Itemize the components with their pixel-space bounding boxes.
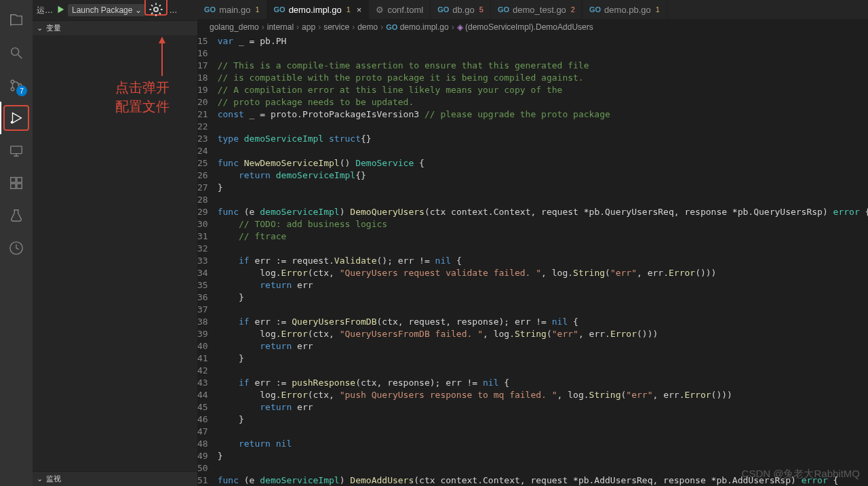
chevron-down-icon: ⌄ — [37, 474, 43, 483]
code-editor[interactable]: 1516171819202122232425262728293031323334… — [197, 35, 868, 486]
go-file-icon: GO — [589, 5, 601, 14]
editor-area: GOmain.go1GOdemo.impl.go1×⚙conf.tomlGOdb… — [197, 0, 868, 486]
breadcrumb-item[interactable]: internal — [267, 22, 294, 32]
settings-gear-icon[interactable] — [149, 9, 163, 19]
chevron-right-icon: › — [318, 22, 321, 32]
go-file-icon: GO — [386, 23, 397, 31]
chevron-down-icon: ⌄ — [37, 24, 43, 33]
run-debug-icon[interactable] — [0, 102, 33, 134]
modified-indicator: 1 — [656, 5, 660, 14]
method-icon: ◈ — [457, 22, 463, 32]
section-variables-header[interactable]: ⌄ 变量 — [33, 20, 197, 35]
code-content[interactable]: var _ = pb.PH // This is a compile-time … — [218, 35, 868, 486]
tab-label: db.go — [452, 5, 475, 15]
launch-config-select[interactable]: Launch Package ⌄ — [68, 4, 146, 16]
annotation-line2: 配置文件 — [115, 97, 170, 116]
breadcrumb[interactable]: golang_demo›internal›app›service›demo›GO… — [197, 19, 868, 35]
section-variables-label: 变量 — [46, 23, 61, 33]
section-watch-label: 监视 — [46, 474, 61, 484]
svg-rect-6 — [11, 178, 16, 182]
search-icon[interactable] — [0, 37, 33, 69]
section-watch-header[interactable]: ⌄ 监视 — [33, 471, 197, 486]
breadcrumb-item[interactable]: ◈ (demoServiceImpl).DemoAddUsers — [457, 22, 593, 32]
modified-indicator: 1 — [347, 5, 351, 14]
svg-rect-8 — [11, 184, 16, 188]
run-title: 运… — [37, 5, 53, 16]
tab-label: main.go — [219, 5, 250, 15]
error-count: 2 — [571, 5, 575, 14]
gear-icon: ⚙ — [376, 5, 384, 15]
editor-tabs: GOmain.go1GOdemo.impl.go1×⚙conf.tomlGOdb… — [197, 0, 868, 19]
svg-rect-7 — [17, 178, 22, 182]
breadcrumb-item[interactable]: demo — [357, 22, 378, 32]
tab-label: demo_test.go — [513, 5, 566, 15]
tab-label: demo.impl.go — [289, 5, 342, 15]
tab-conf-toml[interactable]: ⚙conf.toml — [369, 0, 431, 19]
badge: 7 — [16, 85, 27, 96]
svg-point-11 — [154, 7, 158, 11]
tab-demo-impl-go[interactable]: GOdemo.impl.go1× — [267, 0, 370, 19]
annotation-arrow — [161, 42, 163, 76]
tab-demo_test-go[interactable]: GOdemo_test.go2 — [491, 0, 583, 19]
tab-main-go[interactable]: GOmain.go1 — [197, 0, 267, 19]
tab-label: conf.toml — [387, 5, 423, 15]
chevron-right-icon: › — [452, 22, 454, 32]
chevron-right-icon: › — [262, 22, 264, 32]
svg-point-0 — [12, 48, 19, 56]
annotation-line1: 点击弹开 — [115, 78, 170, 97]
explorer-icon[interactable] — [0, 4, 33, 37]
remote-icon[interactable] — [0, 134, 33, 167]
go-file-icon: GO — [204, 5, 216, 14]
run-toolbar: 运… Launch Package ⌄ … — [33, 0, 197, 20]
breadcrumb-item[interactable]: service — [323, 22, 349, 32]
activity-bar: 7 — [0, 0, 33, 486]
testing-icon[interactable] — [0, 199, 33, 232]
error-count: 5 — [479, 5, 484, 14]
go-file-icon: GO — [498, 5, 509, 14]
more-actions-button[interactable]: … — [166, 4, 180, 16]
extensions-icon[interactable] — [0, 167, 33, 199]
svg-rect-9 — [17, 184, 22, 188]
chevron-right-icon: › — [352, 22, 355, 32]
chevron-down-icon: ⌄ — [135, 5, 142, 15]
launch-config-label: Launch Package — [72, 5, 132, 15]
line-numbers: 1516171819202122232425262728293031323334… — [197, 35, 218, 486]
close-icon[interactable]: × — [357, 5, 362, 15]
svg-point-2 — [11, 87, 14, 91]
modified-indicator: 1 — [255, 5, 259, 14]
chevron-right-icon: › — [296, 22, 299, 32]
breadcrumb-item[interactable]: app — [302, 22, 315, 32]
breadcrumb-item[interactable]: golang_demo — [210, 22, 259, 32]
svg-point-1 — [11, 80, 14, 83]
chevron-right-icon: › — [380, 22, 383, 32]
go-file-icon: GO — [274, 5, 285, 14]
account-icon[interactable] — [0, 232, 33, 264]
scm-icon[interactable]: 7 — [0, 69, 33, 102]
go-file-icon: GO — [437, 5, 449, 14]
start-debug-button[interactable] — [56, 5, 65, 16]
svg-rect-5 — [11, 146, 22, 154]
tab-demo-pb-go[interactable]: GOdemo.pb.go1 — [583, 0, 667, 19]
tab-label: demo.pb.go — [604, 5, 651, 15]
annotation-text: 点击弹开 配置文件 — [115, 78, 170, 116]
tab-db-go[interactable]: GOdb.go5 — [431, 0, 491, 19]
breadcrumb-item[interactable]: GO demo.impl.go — [386, 22, 449, 32]
run-sidebar: 运… Launch Package ⌄ … ⌄ 变量 ⌄ 监视 — [33, 0, 197, 486]
